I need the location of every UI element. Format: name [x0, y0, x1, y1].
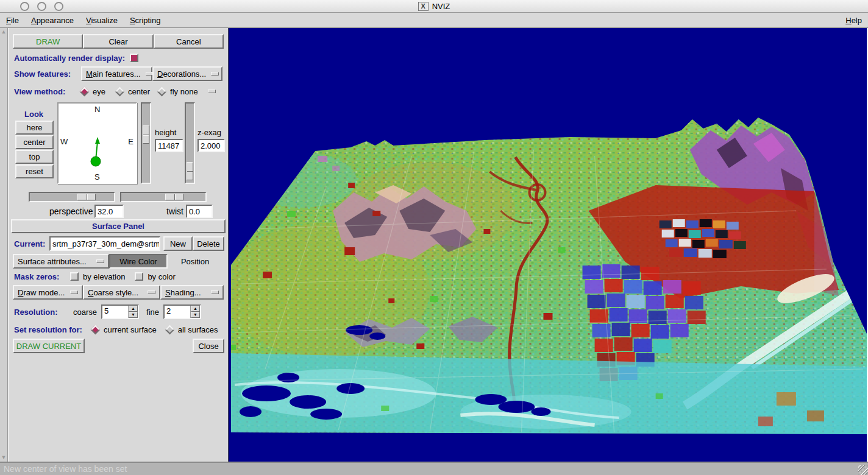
look-center-button[interactable]: center [15, 135, 54, 149]
menu-appearance[interactable]: Appearance [25, 14, 80, 27]
surface-panel-title: Surface Panel [92, 222, 144, 231]
compass-north-label: N [94, 105, 100, 114]
current-surface-input[interactable]: srtm_p37r37_30m_dem@srtm [49, 236, 160, 251]
menu-indicator-icon [148, 290, 155, 294]
cancel-button[interactable]: Cancel [154, 34, 224, 49]
draw-mode-menubutton[interactable]: Draw mode... [13, 285, 83, 300]
perspective-slider[interactable] [29, 192, 115, 202]
resize-grip[interactable] [858, 465, 868, 475]
nviz-window: X NVIZ File Appearance Visualize Scripti… [0, 0, 868, 475]
view-method-center-label: center [128, 87, 150, 96]
scroll-up-icon[interactable]: ▲ [1, 29, 7, 35]
window-title: X NVIZ [0, 2, 868, 11]
mask-by-elevation-checkbox[interactable] [70, 272, 79, 281]
main-features-label: Main features... [86, 69, 141, 79]
main-features-menubutton[interactable]: Main features... [81, 66, 152, 81]
coarse-resolution-value[interactable]: 5 [102, 306, 128, 318]
current-surface-radio[interactable] [91, 325, 101, 334]
menu-indicator-icon [211, 290, 219, 294]
terrain-render[interactable] [229, 28, 867, 462]
view-method-fly-radio[interactable] [157, 86, 167, 96]
draw-button[interactable]: DRAW [13, 34, 83, 49]
coarse-label: coarse [73, 308, 97, 317]
wire-color-tab[interactable]: Wire Color [109, 254, 168, 269]
menu-file[interactable]: File [0, 14, 25, 27]
height-slider[interactable] [141, 102, 151, 184]
delete-surface-button[interactable]: Delete [193, 236, 224, 251]
spin-down-icon[interactable]: ▼ [191, 312, 200, 318]
menubar: File Appearance Visualize Scripting Help [0, 13, 868, 28]
look-label: Look [24, 110, 43, 119]
mask-zeros-label: Mask zeros: [14, 272, 70, 281]
spin-up-icon[interactable]: ▲ [191, 306, 200, 312]
current-label: Current: [14, 239, 49, 248]
height-input[interactable]: 11487 [155, 139, 183, 152]
scroll-down-icon[interactable]: ▼ [1, 455, 7, 460]
fine-resolution-spinner[interactable]: 2 ▲▼ [163, 304, 201, 319]
window-title-text: NVIZ [432, 2, 450, 11]
height-label: height [155, 128, 176, 137]
menu-indicator-icon [211, 72, 219, 76]
look-top-button[interactable]: top [15, 150, 54, 164]
position-tab[interactable]: Position [168, 254, 222, 269]
shading-menubutton[interactable]: Shading... [160, 285, 224, 300]
menu-indicator-icon [70, 290, 78, 294]
twist-slider[interactable] [120, 192, 207, 202]
view-position-marker [59, 104, 136, 183]
set-resolution-label: Set resolution for: [14, 325, 92, 334]
resolution-label: Resolution: [14, 308, 73, 317]
look-here-button[interactable]: here [15, 121, 54, 135]
shading-label: Shading... [165, 288, 201, 297]
coarse-style-menubutton[interactable]: Coarse style... [83, 285, 160, 300]
surface-attributes-menubutton[interactable]: Surface attributes... [13, 254, 109, 269]
view-method-fly-label: fly none [170, 87, 198, 96]
draw-current-button[interactable]: DRAW CURRENT [13, 339, 85, 353]
current-surface-label: current surface [104, 325, 157, 334]
render-viewport[interactable] [228, 28, 868, 462]
zexag-input[interactable]: 2.000 [197, 139, 225, 152]
compass-west-label: W [60, 137, 68, 146]
compass-south-label: S [94, 172, 100, 181]
control-panel: DRAW Clear Cancel Automatically render d… [8, 28, 228, 462]
compass-east-label: E [128, 137, 133, 146]
decorations-menubutton[interactable]: Decorations... [152, 66, 222, 81]
look-reset-button[interactable]: reset [15, 164, 54, 178]
auto-render-label: Automatically render display: [14, 54, 125, 63]
menu-indicator-icon [96, 259, 104, 263]
menu-visualize[interactable]: Visualize [80, 14, 124, 27]
spin-up-icon[interactable]: ▲ [129, 306, 138, 312]
perspective-input[interactable]: 32.0 [94, 205, 124, 218]
view-method-label: View method: [14, 87, 81, 96]
auto-render-checkbox[interactable] [130, 54, 138, 62]
coarse-style-label: Coarse style... [88, 288, 138, 297]
close-button[interactable]: Close [193, 339, 224, 353]
clear-button[interactable]: Clear [83, 34, 153, 49]
mask-by-color-checkbox[interactable] [135, 272, 143, 281]
new-surface-button[interactable]: New [163, 236, 193, 251]
zexag-label: z-exag [197, 128, 221, 137]
zexag-slider[interactable] [185, 102, 195, 184]
view-method-center-radio[interactable] [115, 86, 125, 96]
twist-input[interactable]: 0.0 [186, 205, 213, 218]
status-message: New center of view has been set [4, 464, 127, 474]
show-features-label: Show features: [14, 69, 81, 79]
fly-menu-indicator-icon[interactable] [208, 90, 216, 93]
draw-mode-label: Draw mode... [18, 288, 65, 297]
surface-attributes-label: Surface attributes... [18, 257, 87, 266]
view-direction-compass[interactable]: N S W E [57, 102, 137, 184]
fine-resolution-value[interactable]: 2 [165, 306, 190, 318]
surface-panel-header: Surface Panel [11, 219, 226, 233]
perspective-label: perspective [49, 206, 93, 216]
spin-down-icon[interactable]: ▼ [129, 312, 138, 318]
x11-icon: X [418, 2, 429, 11]
coarse-resolution-spinner[interactable]: 5 ▲▼ [101, 304, 139, 319]
view-method-eye-radio[interactable] [80, 86, 90, 96]
statusbar: New center of view has been set [0, 462, 868, 475]
titlebar: X NVIZ [0, 0, 868, 13]
menu-scripting[interactable]: Scripting [124, 14, 167, 27]
all-surfaces-radio[interactable] [165, 325, 174, 334]
panel-scrollbar[interactable]: ▲ ▼ [0, 28, 8, 462]
view-method-eye-label: eye [93, 87, 105, 96]
mask-by-elevation-label: by elevation [83, 272, 125, 281]
menu-help[interactable]: Help [839, 14, 868, 27]
